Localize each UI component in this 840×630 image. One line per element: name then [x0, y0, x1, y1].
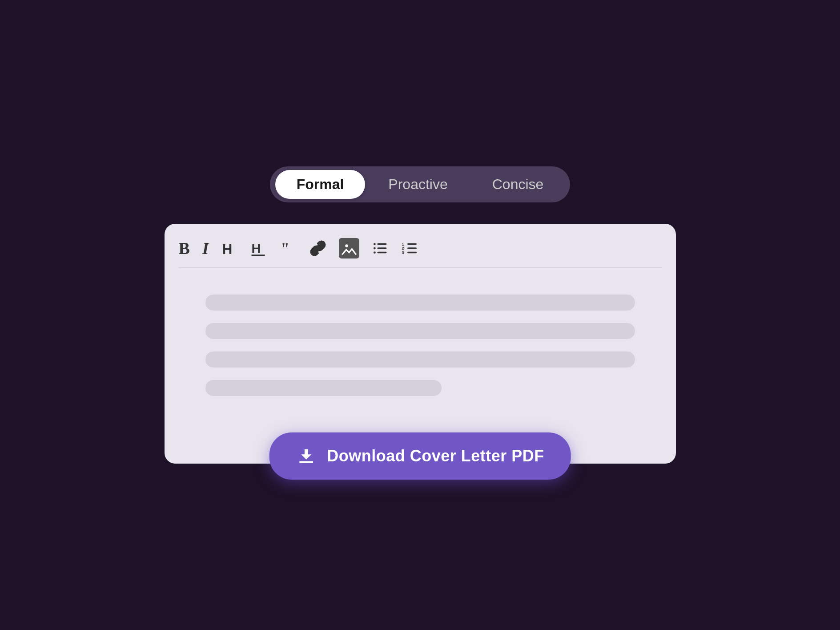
svg-text:H: H [251, 241, 261, 255]
link-button[interactable] [309, 240, 326, 257]
skeleton-line [205, 380, 442, 396]
toggle-concise[interactable]: Concise [471, 170, 565, 199]
bullet-list-button[interactable] [372, 240, 389, 257]
svg-point-10 [374, 243, 376, 245]
svg-text:H: H [222, 241, 232, 257]
download-button-label: Download Cover Letter PDF [327, 447, 544, 465]
bold-button[interactable]: B [179, 240, 190, 257]
editor-card: B I H H " [165, 224, 676, 464]
download-icon [296, 446, 316, 466]
image-button[interactable] [339, 238, 359, 258]
toggle-formal[interactable]: Formal [275, 170, 366, 199]
quote-button[interactable]: " [280, 240, 297, 257]
svg-text:": " [281, 240, 289, 257]
svg-point-6 [345, 244, 348, 247]
heading1-button[interactable]: H [221, 240, 238, 257]
tone-toggle-bar: Formal Proactive Concise [270, 166, 571, 202]
numbered-list-button[interactable]: 1 2 3 [401, 240, 418, 257]
content-area[interactable] [179, 286, 662, 449]
svg-text:3: 3 [402, 250, 404, 255]
page-container: Formal Proactive Concise B I H H [153, 166, 687, 464]
skeleton-line [205, 351, 635, 368]
svg-point-12 [374, 251, 376, 254]
svg-point-11 [374, 247, 376, 250]
download-pdf-button[interactable]: Download Cover Letter PDF [269, 432, 571, 480]
skeleton-line [205, 323, 635, 339]
skeleton-line [205, 295, 635, 311]
editor-toolbar: B I H H " [179, 238, 662, 268]
heading2-button[interactable]: H [251, 240, 268, 257]
toggle-proactive[interactable]: Proactive [367, 170, 469, 199]
italic-button[interactable]: I [202, 240, 209, 257]
